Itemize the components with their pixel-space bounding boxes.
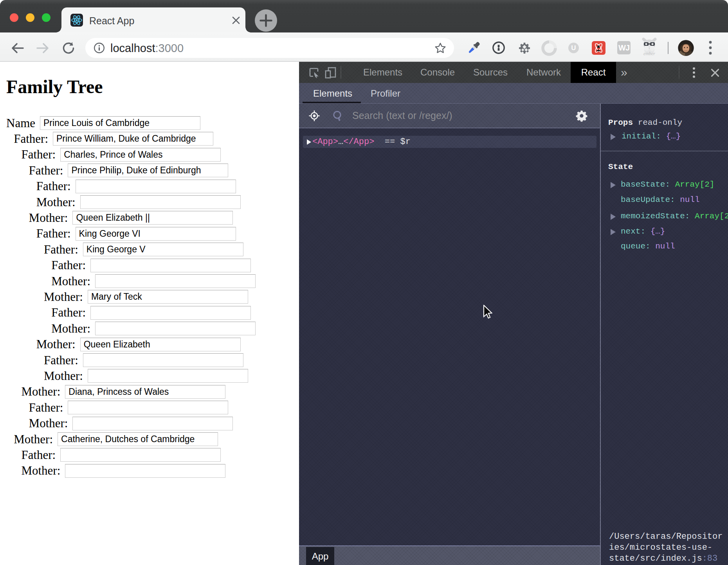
svg-text:ember: ember	[643, 51, 655, 56]
